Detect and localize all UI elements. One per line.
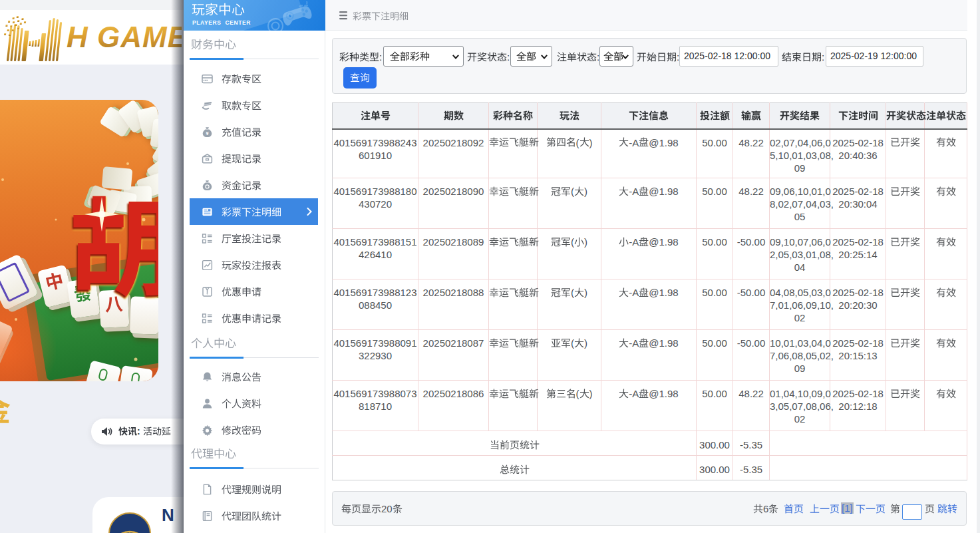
svg-text:H GAME: H GAME bbox=[67, 21, 182, 53]
svg-text:¥: ¥ bbox=[206, 130, 209, 136]
